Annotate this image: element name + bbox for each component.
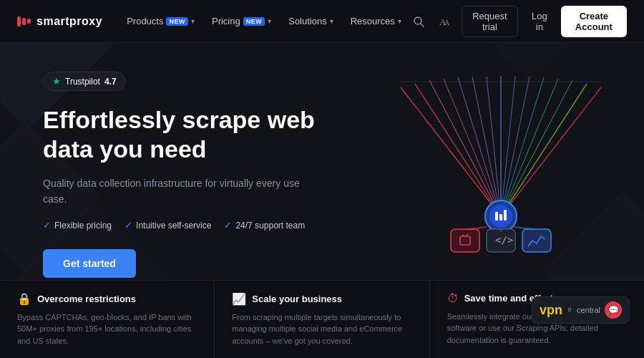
language-button[interactable]: A A (434, 11, 456, 32)
vpn-central-badge: vpn ⠿ central 💬 (532, 296, 630, 324)
chevron-down-icon-resources: ▾ (398, 17, 401, 25)
brand-name: smartproxy (36, 15, 102, 28)
vpn-text: vpn (540, 303, 562, 318)
nav-badge-pricing: NEW (243, 17, 265, 26)
nav-items: Products NEW ▾ Pricing NEW ▾ Solutions ▾… (119, 11, 409, 31)
svg-line-18 (501, 87, 601, 216)
svg-line-7 (444, 79, 501, 216)
nav-item-products[interactable]: Products NEW ▾ (119, 11, 202, 31)
feature-self-service: ✓ Intuitive self-service (125, 220, 211, 231)
svg-line-17 (501, 84, 587, 216)
logo-icon (17, 16, 31, 26)
chevron-down-icon: ▾ (191, 17, 195, 25)
nav-item-pricing[interactable]: Pricing NEW ▾ (205, 11, 278, 31)
login-button[interactable]: Log in (524, 6, 555, 37)
lock-icon: 🔒 (17, 292, 31, 306)
feature-card-overcome-title: Overcome restrictions (37, 294, 136, 304)
svg-rect-21 (495, 212, 498, 221)
chevron-down-icon-solutions: ▾ (330, 17, 333, 25)
vpn-dots: ⠿ (567, 307, 572, 314)
svg-line-13 (501, 77, 530, 216)
chat-icon[interactable]: 💬 (605, 301, 622, 319)
feature-card-overcome-desc: Bypass CAPTCHAs, geo-blocks, and IP bans… (17, 311, 197, 347)
logo[interactable]: smartproxy (17, 15, 102, 28)
svg-text:A: A (444, 19, 450, 26)
hero-subtitle: Quality data collection infrastructure f… (43, 175, 315, 208)
trustpilot-badge: ★ Trustpilot 4.7 (43, 72, 126, 91)
svg-line-31 (469, 227, 487, 229)
feature-card-scale-desc: From scraping multiple targets simultane… (232, 311, 411, 347)
svg-line-1 (421, 24, 424, 26)
navbar: smartproxy Products NEW ▾ Pricing NEW ▾ … (0, 0, 644, 43)
nav-label-solutions: Solutions (288, 16, 326, 26)
translate-icon: A A (439, 15, 452, 28)
svg-line-15 (501, 79, 558, 216)
nav-item-solutions[interactable]: Solutions ▾ (281, 11, 340, 31)
feature-card-scale-title: Scale your business (252, 294, 342, 304)
nav-label-pricing: Pricing (212, 16, 240, 26)
nav-actions: A A Request trial Log in Create Account (409, 6, 627, 37)
check-icon-2: ✓ (125, 220, 132, 231)
vpn-central-text: central (577, 306, 600, 314)
feature-support: ✓ 24/7 support team (224, 220, 305, 231)
svg-line-12 (501, 77, 515, 216)
nav-item-resources[interactable]: Resources ▾ (343, 11, 409, 31)
svg-rect-23 (504, 210, 507, 221)
svg-line-33 (514, 227, 533, 229)
feature-label-2: Intuitive self-service (136, 221, 211, 231)
svg-rect-22 (499, 214, 502, 221)
svg-line-9 (472, 77, 501, 216)
create-account-button[interactable]: Create Account (561, 6, 627, 37)
check-icon-3: ✓ (224, 220, 232, 231)
feature-card-overcome: 🔒 Overcome restrictions Bypass CAPTCHAs,… (0, 281, 215, 359)
chevron-down-icon-pricing: ▾ (268, 17, 271, 25)
svg-rect-24 (451, 229, 479, 252)
features-list: ✓ Flexible pricing ✓ Intuitive self-serv… (43, 220, 386, 231)
svg-line-5 (415, 84, 501, 216)
get-started-button[interactable]: Get started (43, 249, 136, 278)
search-button[interactable] (409, 11, 429, 32)
feature-card-scale-header: 📈 Scale your business (232, 292, 411, 306)
svg-line-10 (487, 77, 501, 216)
feature-card-scale: 📈 Scale your business From scraping mult… (215, 281, 429, 359)
chart-icon: 📈 (232, 292, 246, 306)
request-trial-button[interactable]: Request trial (462, 6, 518, 37)
search-icon (413, 16, 424, 27)
star-icon: ★ (52, 76, 61, 87)
hero-title: Effortlessly scrape web data you need (43, 105, 329, 164)
svg-text:</>: </> (495, 234, 513, 246)
trustpilot-name: Trustpilot (65, 77, 100, 87)
nav-label-resources: Resources (351, 16, 395, 26)
svg-rect-30 (522, 229, 551, 252)
feature-label-1: Flexible pricing (54, 221, 112, 231)
nav-label-products: Products (127, 16, 163, 26)
feature-label-3: 24/7 support team (235, 221, 305, 231)
trustpilot-score: 4.7 (104, 77, 117, 87)
nav-badge-products: NEW (166, 17, 188, 26)
data-visualization: </> (386, 73, 615, 259)
clock-icon: ⏱ (447, 292, 459, 305)
feature-card-overcome-header: 🔒 Overcome restrictions (17, 292, 197, 306)
check-icon-1: ✓ (43, 220, 51, 231)
feature-flexible-pricing: ✓ Flexible pricing (43, 220, 112, 231)
svg-line-4 (401, 87, 501, 216)
